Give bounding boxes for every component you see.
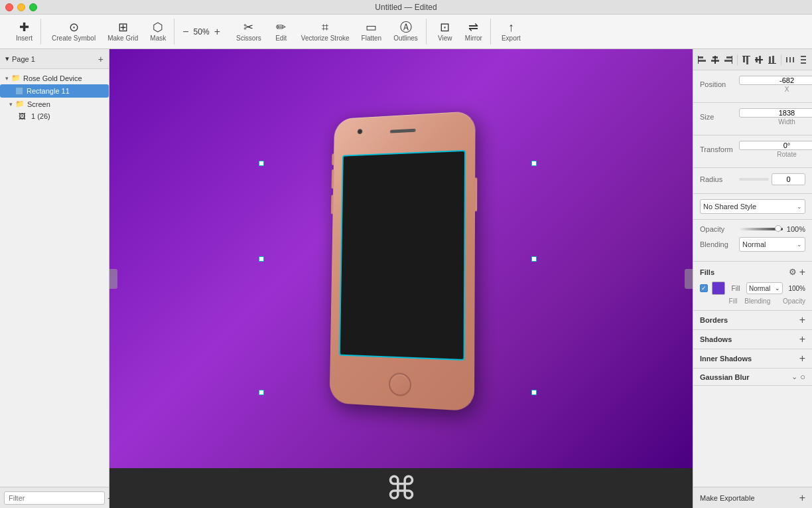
layer-group-rose-gold[interactable]: ▾ 📁 Rose Gold Device — [0, 72, 109, 84]
blending-dropdown[interactable]: Normal ⌄ — [739, 237, 805, 252]
selection-handle-rm[interactable] — [531, 256, 537, 262]
canvas-right-handle[interactable] — [685, 269, 693, 289]
create-symbol-button[interactable]: ⊙ Create Symbol — [48, 19, 100, 44]
fills-add-button[interactable]: + — [799, 267, 805, 278]
position-x-input[interactable] — [739, 76, 812, 85]
outlines-button[interactable]: Ⓐ Outlines — [389, 19, 422, 44]
svg-rect-20 — [793, 57, 794, 62]
gaussian-blur-section[interactable]: Gaussian Blur ⌄ ○ — [693, 369, 812, 386]
layer-subgroup-screen[interactable]: ▾ 📁 Screen — [0, 98, 109, 110]
svg-rect-17 — [768, 63, 776, 64]
size-width-input[interactable] — [739, 108, 812, 118]
selection-handle-tr[interactable] — [531, 161, 537, 166]
edit-button[interactable]: ✏ Edit — [269, 19, 293, 44]
make-grid-button[interactable]: ⊞ Make Grid — [103, 19, 142, 44]
selection-handle-br[interactable] — [531, 390, 537, 395]
filter-input[interactable] — [4, 491, 105, 505]
fill-color-swatch[interactable] — [712, 282, 725, 295]
vectorize-button[interactable]: ⌗ Vectorize Stroke — [297, 19, 354, 44]
width-input-group: Width — [739, 108, 812, 126]
x-input-group: X — [739, 76, 812, 93]
export-icon: ↑ — [508, 21, 514, 33]
align-right-button[interactable] — [722, 52, 734, 67]
layer-item-image[interactable]: 🖼 1 (26) — [0, 110, 109, 122]
radius-input[interactable] — [772, 173, 805, 185]
insert-button[interactable]: ✚ Insert — [12, 19, 36, 44]
fill-blending-arrow: ⌄ — [775, 285, 780, 292]
flatten-label: Flatten — [362, 35, 382, 42]
rotate-input[interactable] — [739, 141, 812, 150]
gaussian-blur-label: Gaussian Blur — [700, 373, 750, 381]
layer-item-rectangle11[interactable]: Rectangle 11 — [0, 84, 109, 98]
inner-shadows-add-button[interactable]: + — [799, 353, 805, 365]
fill-item: Fill Normal ⌄ 100% — [700, 282, 805, 295]
fill-blending-select[interactable]: Normal ⌄ — [746, 282, 783, 294]
cmd-icon: ⌘ — [385, 469, 417, 507]
create-symbol-icon: ⊙ — [69, 21, 79, 33]
power-button — [474, 177, 477, 211]
zoom-plus-button[interactable]: + — [214, 26, 220, 38]
size-section: Size Width 🔗 Height — [693, 103, 812, 135]
radius-slider[interactable] — [739, 178, 769, 181]
align-bottom-button[interactable] — [766, 52, 778, 67]
insert-group: ✚ Insert — [8, 19, 41, 44]
zoom-minus-button[interactable]: − — [182, 26, 188, 38]
distribute-h-button[interactable] — [784, 52, 796, 67]
selection-handle-tl[interactable] — [259, 161, 264, 166]
close-button[interactable] — [5, 3, 13, 11]
svg-rect-10 — [746, 56, 748, 64]
radius-section: Radius — [693, 168, 812, 194]
mask-button[interactable]: ⬡ Mask — [146, 19, 170, 44]
gaussian-blur-chevron-icon[interactable]: ⌄ — [791, 373, 797, 381]
style-section: No Shared Style ⌄ — [693, 194, 812, 220]
flatten-button[interactable]: ▭ Flatten — [358, 19, 386, 44]
maximize-button[interactable] — [29, 3, 37, 11]
layer-rectangle11-name: Rectangle 11 — [27, 87, 70, 95]
page-chevron-icon: ▾ — [5, 54, 9, 63]
scissors-button[interactable]: ✂ Scissors — [232, 19, 265, 44]
view-button[interactable]: ⊡ View — [433, 19, 457, 44]
svg-rect-14 — [755, 59, 763, 60]
canvas-area[interactable]: ⌘ — [109, 49, 693, 508]
align-top-button[interactable] — [740, 52, 752, 67]
view-icon: ⊡ — [440, 21, 450, 33]
gaussian-blur-toggle[interactable]: ○ — [800, 372, 805, 382]
radius-label: Radius — [700, 175, 736, 183]
fills-actions: ⚙ + — [789, 267, 805, 278]
page-selector[interactable]: ▾ Page 1 + — [0, 49, 109, 69]
shadows-add-button[interactable]: + — [799, 333, 805, 345]
borders-add-button[interactable]: + — [799, 314, 805, 326]
toolbar: ✚ Insert ⊙ Create Symbol ⊞ Make Grid ⬡ M… — [0, 15, 812, 49]
blending-value: Normal — [742, 240, 766, 248]
style-selector[interactable]: No Shared Style ⌄ — [700, 199, 805, 214]
align-center-v-button[interactable] — [754, 52, 766, 67]
export-button[interactable]: ↑ Export — [498, 19, 525, 44]
inner-shadows-section[interactable]: Inner Shadows + — [693, 349, 812, 369]
minimize-button[interactable] — [17, 3, 25, 11]
distribute-v-button[interactable] — [797, 52, 809, 67]
align-center-h-button[interactable] — [709, 52, 721, 67]
zoom-control: − 50% + — [177, 26, 226, 38]
mirror-icon: ⇌ — [468, 21, 478, 33]
opacity-value: 100% — [785, 225, 805, 233]
shadows-section[interactable]: Shadows + — [693, 330, 812, 349]
symbol-grid-mask-group: ⊙ Create Symbol ⊞ Make Grid ⬡ Mask — [44, 19, 174, 44]
make-exportable-add-button[interactable]: + — [799, 492, 805, 504]
blending-row: Blending Normal ⌄ — [700, 237, 805, 252]
page-add-button[interactable]: + — [98, 54, 103, 64]
align-separator-2 — [781, 54, 781, 65]
flatten-icon: ▭ — [366, 21, 377, 33]
layer-group-name: Rose Gold Device — [23, 74, 82, 82]
align-left-button[interactable] — [696, 52, 708, 67]
borders-section[interactable]: Borders + — [693, 311, 812, 330]
selection-handle-lm[interactable] — [259, 256, 264, 262]
phone-screen — [338, 149, 465, 360]
opacity-slider[interactable] — [739, 228, 783, 230]
mirror-button[interactable]: ⇌ Mirror — [461, 19, 486, 44]
fills-settings-icon[interactable]: ⚙ — [789, 267, 797, 278]
transform-row: Transform Rotate ↔ ↕ Flip — [700, 141, 805, 158]
fill-checkbox[interactable] — [700, 284, 708, 292]
size-row: Size Width 🔗 Height — [700, 108, 805, 126]
selection-handle-bl[interactable] — [259, 390, 264, 395]
canvas-left-handle[interactable] — [109, 269, 117, 289]
